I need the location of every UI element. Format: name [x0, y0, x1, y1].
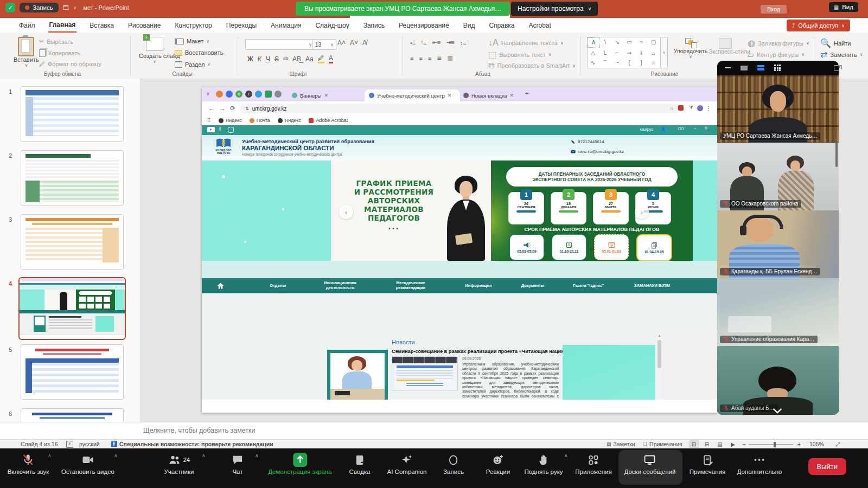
tab-draw[interactable]: Рисование — [127, 18, 162, 32]
unmute-button[interactable]: Включить звук — [8, 453, 49, 475]
tab-acrobat[interactable]: Acrobat — [528, 18, 552, 32]
gallery-view-icon[interactable] — [774, 65, 781, 71]
chat-button[interactable]: Чат — [232, 453, 244, 475]
slide-thumbnail-3[interactable] — [21, 214, 124, 269]
tab-file[interactable]: Файл — [18, 18, 36, 32]
shape-star-icon[interactable]: ☆ — [648, 58, 659, 67]
normal-view-button[interactable]: ⊡ — [689, 440, 699, 448]
shape-rounded-rect-icon[interactable]: ▢ — [648, 37, 659, 47]
shape-scribble-icon[interactable]: ∿ — [588, 58, 598, 67]
accessibility-status[interactable]: Специальные возможности: проверьте реком… — [119, 441, 273, 447]
shape-triangle-icon[interactable]: △ — [588, 48, 598, 57]
decrease-indent-icon[interactable]: ⇤≡ — [432, 39, 441, 46]
fit-slide-icon[interactable]: ⤢ — [835, 441, 840, 448]
shape-rectangle-icon[interactable]: ▭ — [624, 37, 635, 47]
participant-video-tile[interactable]: Абай ауданы Б… — [717, 346, 839, 415]
clear-format-icon[interactable]: А̸ — [362, 39, 367, 47]
line-spacing-icon[interactable]: ↕≡ — [460, 40, 467, 46]
find-button[interactable]: 🔍Найти — [820, 38, 851, 48]
zoom-slider-handle[interactable] — [774, 442, 776, 447]
leave-meeting-button[interactable]: Выйти — [808, 458, 847, 475]
format-painter-button[interactable]: 🖉Формат по образцу — [39, 61, 101, 67]
decrease-font-icon[interactable]: А˅ — [350, 39, 358, 47]
single-view-icon[interactable] — [741, 66, 748, 70]
reactions-button[interactable]: Реакции — [486, 453, 510, 475]
video-options-chevron[interactable]: ∧ — [114, 453, 118, 458]
layout-button[interactable]: Макет∨ — [175, 38, 209, 44]
participants-chevron[interactable]: ∧ — [202, 453, 206, 458]
apps-button[interactable]: Приложения — [575, 453, 611, 475]
zoom-slider-track[interactable] — [749, 444, 793, 445]
raise-hand-button[interactable]: Поднять руку — [524, 453, 563, 475]
tab-slideshow[interactable]: Слайд-шоу — [314, 18, 350, 32]
copy-button[interactable]: Копировать — [39, 49, 80, 57]
shape-oval-icon[interactable]: ○ — [636, 37, 647, 47]
sidebar-scrollbar[interactable] — [835, 142, 838, 167]
bullets-icon[interactable]: •≡ — [410, 40, 416, 46]
comments-toggle[interactable]: ❏Примечания — [643, 441, 682, 447]
participant-video-tile[interactable]: Қарағанды қ. ББ Ерулан Ескенд… — [717, 210, 839, 278]
notes-pane[interactable]: Щелкните, чтобы добавить заметки — [0, 422, 868, 440]
ai-companion-button[interactable]: AI Companion — [387, 453, 427, 475]
share-document-button[interactable]: ⤴ Общий доступ ∨ — [787, 20, 850, 31]
collapse-chevron-icon[interactable] — [771, 407, 783, 414]
font-size-combobox[interactable]: 13∨ — [312, 39, 336, 50]
zoom-view-button[interactable]: ▦ Вид — [829, 2, 858, 12]
zoom-in-button[interactable]: + — [797, 441, 801, 447]
summary-button[interactable]: Сводка — [349, 453, 371, 475]
shape-brace-left-icon[interactable]: { — [624, 58, 635, 67]
view-settings-button[interactable]: Настройки просмотра ∨ — [511, 2, 598, 16]
paste-button[interactable]: Вставить ∨ — [14, 37, 39, 68]
chat-chevron[interactable]: ∧ — [255, 453, 259, 458]
zoom-security-shield-icon[interactable]: ✓ — [5, 3, 15, 12]
font-color-button[interactable]: А — [329, 54, 333, 63]
highlight-color-button[interactable]: 🖉 — [318, 54, 324, 63]
smartart-button[interactable]: ⧉Преобразовать в SmartArt∨ — [488, 61, 576, 70]
zoom-out-button[interactable]: − — [742, 441, 745, 447]
columns-icon[interactable]: ▥ — [447, 54, 452, 61]
shape-brace-right-icon[interactable]: } — [636, 58, 647, 67]
shape-right-arrow-icon[interactable]: ⇒ — [624, 48, 635, 57]
minimize-icon[interactable] — [725, 67, 731, 68]
align-center-icon[interactable]: ≡ — [419, 55, 422, 61]
new-slide-button[interactable]: + Создать слайд ∨ — [139, 37, 170, 64]
shape-elbow-arrow-icon[interactable]: ⌐ — [612, 48, 623, 57]
shape-curve-icon[interactable]: ~ — [612, 58, 623, 67]
tab-transitions[interactable]: Переходы — [225, 18, 258, 32]
participant-video-tile[interactable]: ОО Осакаровского района — [717, 143, 839, 210]
underline-button[interactable]: Ч — [266, 55, 270, 63]
italic-button[interactable]: К — [258, 55, 261, 63]
pop-out-icon[interactable] — [834, 65, 839, 71]
slide-thumbnail-2[interactable] — [21, 150, 124, 206]
shape-elbow-icon[interactable]: L — [599, 48, 610, 57]
reset-slide-button[interactable]: Восстановить — [175, 49, 223, 56]
replace-button[interactable]: ⇄Заменить∨ — [820, 49, 863, 60]
tab-insert[interactable]: Вставка — [88, 18, 115, 32]
align-text-button[interactable]: ⬚Выровнять текст∨ — [488, 49, 552, 60]
language-indicator[interactable]: русский — [79, 441, 100, 447]
section-button[interactable]: Раздел∨ — [175, 61, 210, 68]
reading-view-button[interactable]: ▤ — [715, 440, 725, 448]
shape-arc-icon[interactable]: ⌒ — [599, 58, 610, 67]
tab-review[interactable]: Рецензирование — [398, 18, 450, 32]
tab-view[interactable]: Вид — [462, 18, 476, 32]
slide-thumbnail-4-current[interactable] — [18, 277, 126, 340]
shape-callout-icon[interactable]: ⌂ — [648, 48, 659, 57]
participant-video-tile[interactable]: Управление образования Кара… — [717, 278, 839, 346]
tab-help[interactable]: Справка — [488, 18, 515, 32]
align-right-icon[interactable]: ≡ — [428, 55, 431, 61]
shape-down-arrow-icon[interactable]: ⇓ — [636, 48, 647, 57]
slide-thumbnail-1[interactable] — [21, 86, 124, 142]
bold-button[interactable]: Ж — [247, 55, 253, 63]
slide-sorter-view-button[interactable]: ⊞ — [702, 440, 712, 448]
strikethrough-button[interactable]: S — [275, 55, 279, 63]
spellcheck-icon[interactable]: ✗ — [66, 441, 73, 448]
tab-record[interactable]: Запись — [362, 18, 386, 32]
text-direction-button[interactable]: ↓AНаправление текста∨ — [488, 38, 564, 48]
shapes-gallery-more-button[interactable]: ∨ — [661, 37, 668, 68]
cut-button[interactable]: ✂Вырезать — [39, 38, 73, 45]
sl6ide-thumbnail-5[interactable] — [21, 344, 124, 400]
tab-animations[interactable]: Анимация — [270, 18, 302, 32]
shape-textbox-icon[interactable]: A — [588, 37, 599, 48]
participant-video-tile[interactable]: УМЦ РО Сартаева Жансая Ахмедь… — [717, 75, 839, 143]
